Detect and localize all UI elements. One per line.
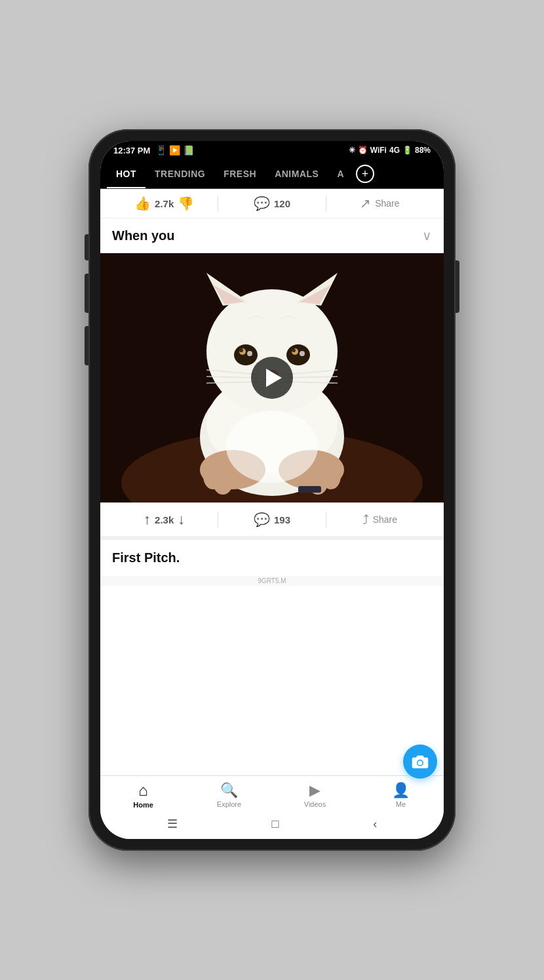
downvote-icon[interactable]: 👎 (178, 195, 194, 211)
chevron-down-icon[interactable]: ∨ (422, 228, 432, 243)
status-signal: 4G (389, 146, 400, 155)
svg-point-13 (239, 348, 243, 352)
share-label: Share (373, 514, 397, 525)
status-battery: 88% (415, 146, 431, 155)
status-time: 12:37 PM (113, 146, 150, 155)
post-title: When you (112, 228, 175, 243)
phone-device: 12:37 PM 📱 ▶️ 📗 ✳ ⏰ WiFi 4G 🔋 88% HOT TR… (88, 129, 456, 851)
add-tab-button[interactable]: + (356, 165, 374, 183)
share-group: ⤴ Share (326, 512, 433, 527)
nav-home[interactable]: ⌂ Home (100, 781, 186, 809)
tab-trending[interactable]: TRENDING (146, 159, 214, 188)
comment-count: 193 (274, 514, 290, 525)
status-battery-icon: 🔋 (402, 146, 412, 155)
svg-point-14 (292, 348, 296, 352)
nav-me[interactable]: 👤 Me (358, 782, 444, 808)
nav-videos[interactable]: ▶ Videos (272, 782, 358, 808)
video-thumbnail (100, 253, 444, 502)
prev-post-footer: 👍 2.7k 👎 💬 120 ↗ Share (100, 189, 444, 218)
video-container[interactable] (100, 253, 444, 502)
videos-label: Videos (304, 800, 326, 808)
camera-icon (412, 754, 429, 769)
play-triangle-icon (266, 369, 282, 387)
share-icon[interactable]: ↗ (360, 195, 371, 211)
prev-share-label: Share (375, 198, 399, 209)
camera-fab-button[interactable] (403, 745, 437, 779)
svg-point-33 (418, 761, 423, 766)
upvote-arrow-icon[interactable]: ↑ (144, 511, 151, 528)
downvote-arrow-icon[interactable]: ↓ (178, 511, 185, 528)
tab-animals[interactable]: ANIMALS (265, 159, 328, 188)
status-alarm: ⏰ (358, 146, 368, 155)
svg-point-9 (234, 344, 258, 365)
profile-icon: 👤 (392, 782, 410, 799)
svg-point-29 (321, 463, 341, 489)
share-nodes-icon[interactable]: ⤴ (362, 512, 369, 527)
status-wifi: WiFi (370, 146, 387, 155)
comment-group: 💬 193 (218, 512, 325, 527)
content-area: 👍 2.7k 👎 💬 120 ↗ Share When you (100, 189, 444, 775)
android-back-button[interactable]: ‹ (373, 817, 377, 831)
svg-rect-30 (298, 486, 321, 493)
post-footer: ↑ 2.3k ↓ 💬 193 ⤴ Share (100, 502, 444, 536)
category-tabs: HOT TRENDING FRESH ANIMALS A + (100, 159, 444, 189)
svg-point-31 (226, 411, 318, 483)
status-bar: 12:37 PM 📱 ▶️ 📗 ✳ ⏰ WiFi 4G 🔋 88% (100, 141, 444, 159)
next-post-header: First Pitch. (100, 540, 444, 576)
tab-more[interactable]: A (328, 159, 353, 188)
prev-upvote-group: 👍 2.7k 👎 (111, 195, 218, 211)
upvote-icon[interactable]: 👍 (134, 195, 151, 211)
videos-icon: ▶ (309, 782, 321, 799)
phone-screen: 12:37 PM 📱 ▶️ 📗 ✳ ⏰ WiFi 4G 🔋 88% HOT TR… (100, 141, 444, 839)
comment-icon[interactable]: 💬 (254, 195, 270, 211)
prev-share-group: ↗ Share (326, 195, 433, 211)
status-bluetooth: ✳ (349, 146, 355, 155)
upvote-count: 2.3k (155, 514, 174, 525)
explore-label: Explore (217, 800, 241, 808)
bottom-navigation: ⌂ Home 🔍 Explore ▶ Videos 👤 Me (100, 775, 444, 811)
play-button[interactable] (251, 357, 293, 399)
prev-comment-group: 💬 120 (218, 195, 325, 211)
explore-icon: 🔍 (220, 782, 238, 799)
svg-point-15 (247, 351, 252, 356)
svg-point-27 (213, 471, 233, 495)
watermark: 9GRT5.M (100, 576, 444, 586)
next-post-title: First Pitch. (112, 550, 180, 565)
android-home-button[interactable]: □ (272, 817, 279, 831)
prev-upvote-count: 2.7k (155, 198, 174, 209)
svg-point-16 (300, 351, 305, 356)
home-icon: ⌂ (138, 781, 148, 800)
svg-point-10 (286, 344, 310, 365)
home-label: Home (133, 801, 153, 809)
prev-comment-count: 120 (274, 198, 290, 209)
tab-fresh[interactable]: FRESH (214, 159, 265, 188)
me-label: Me (396, 800, 406, 808)
post-header: When you ∨ (100, 218, 444, 253)
nav-explore[interactable]: 🔍 Explore (186, 782, 272, 808)
comment-bubble-icon[interactable]: 💬 (254, 512, 270, 527)
current-post: When you ∨ (100, 218, 444, 540)
tab-hot[interactable]: HOT (107, 159, 146, 188)
android-nav-bar: ☰ □ ‹ (100, 811, 444, 839)
android-menu-button[interactable]: ☰ (167, 817, 178, 831)
upvote-group: ↑ 2.3k ↓ (111, 511, 218, 528)
